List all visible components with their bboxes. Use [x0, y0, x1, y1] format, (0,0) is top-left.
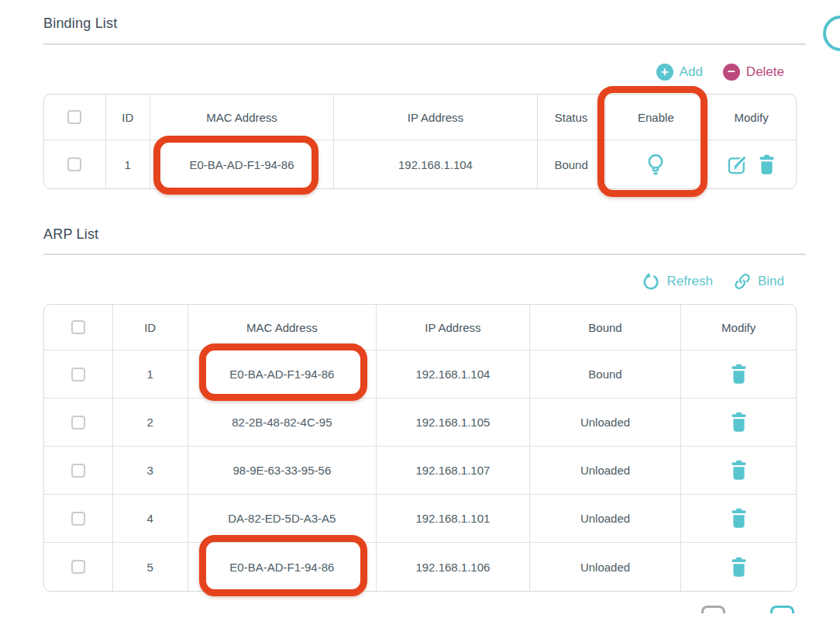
add-label: Add: [680, 64, 703, 80]
select-all-checkbox[interactable]: [67, 110, 81, 124]
cell-select: [44, 495, 113, 542]
cell-bound: Bound: [530, 350, 682, 398]
cell-modify: [681, 447, 796, 494]
cell-bound: Unloaded: [530, 447, 682, 494]
row-checkbox[interactable]: [71, 512, 85, 526]
cell-mac: E0-BA-AD-F1-94-86: [188, 350, 377, 398]
help-icon[interactable]: [823, 16, 840, 51]
bind-button[interactable]: Bind: [733, 272, 784, 291]
cell-enable: [606, 140, 707, 188]
trash-icon[interactable]: [758, 154, 776, 175]
plus-icon: +: [656, 64, 673, 81]
cell-modify: [681, 495, 796, 542]
binding-list-title: Binding List: [43, 16, 117, 32]
cell-id: 5: [113, 543, 188, 591]
divider: [43, 43, 806, 45]
header-cell-modify: Modify: [707, 95, 796, 140]
row-checkbox[interactable]: [71, 368, 85, 381]
cell-modify: [681, 350, 796, 398]
binding-header-row: ID MAC Address IP Address Status Enable …: [44, 95, 796, 140]
cell-mac: 82-2B-48-82-4C-95: [188, 399, 377, 446]
header-cell-status: Status: [538, 95, 606, 140]
header-cell-enable: Enable: [606, 95, 707, 140]
divider: [43, 254, 806, 255]
cell-modify: [681, 399, 796, 446]
minus-icon: −: [723, 64, 740, 81]
arp-table-row: 1 E0-BA-AD-F1-94-86 192.168.1.104 Bound: [44, 350, 796, 399]
cell-select: [44, 447, 113, 494]
header-cell-mac: MAC Address: [150, 95, 335, 140]
cell-modify: [707, 140, 796, 188]
cell-select: [44, 399, 113, 446]
cell-id: 2: [113, 399, 188, 446]
cell-mac: E0-BA-AD-F1-94-86: [150, 140, 335, 188]
header-cell-id: ID: [106, 95, 150, 140]
bind-label: Bind: [758, 274, 784, 289]
trash-icon[interactable]: [730, 508, 748, 529]
clipped-button-stub[interactable]: [701, 606, 725, 613]
arp-table-row: 3 98-9E-63-33-95-56 192.168.1.107 Unload…: [44, 447, 796, 495]
cell-bound: Unloaded: [530, 495, 682, 542]
arp-toolbar: Refresh Bind: [43, 271, 784, 292]
delete-label: Delete: [746, 64, 784, 80]
cell-id: 1: [113, 350, 188, 398]
cell-select: [44, 543, 113, 591]
arp-list-table: ID MAC Address IP Address Bound Modify 1…: [43, 304, 797, 592]
binding-settings-page: Binding List + Add − Delete ID MAC Addre…: [0, 0, 840, 642]
header-cell-ip: IP Address: [334, 95, 537, 140]
cell-bound: Unloaded: [530, 543, 682, 591]
refresh-label: Refresh: [666, 274, 713, 289]
cell-ip: 192.168.1.107: [377, 447, 530, 494]
row-checkbox[interactable]: [67, 157, 81, 171]
header-cell-id: ID: [113, 305, 188, 350]
row-checkbox[interactable]: [71, 560, 85, 574]
arp-table-row: 4 DA-82-ED-5D-A3-A5 192.168.1.101 Unload…: [44, 495, 796, 543]
cell-id: 1: [106, 140, 150, 188]
delete-button[interactable]: − Delete: [723, 64, 784, 81]
cell-select: [44, 350, 113, 398]
cell-bound: Unloaded: [530, 399, 682, 446]
cell-id: 3: [113, 447, 188, 494]
cell-id: 4: [113, 495, 188, 542]
header-cell-bound: Bound: [530, 305, 682, 350]
select-all-checkbox[interactable]: [71, 320, 85, 334]
refresh-button[interactable]: Refresh: [642, 272, 713, 291]
cell-select: [44, 140, 106, 188]
row-checkbox[interactable]: [71, 464, 85, 478]
header-cell-select: [44, 305, 113, 350]
trash-icon[interactable]: [730, 364, 748, 385]
binding-toolbar: + Add − Delete: [43, 61, 784, 83]
trash-icon[interactable]: [730, 412, 748, 433]
cell-ip: 192.168.1.106: [377, 543, 530, 591]
arp-table-row: 5 E0-BA-AD-F1-94-86 192.168.1.106 Unload…: [44, 543, 796, 591]
cell-modify: [681, 543, 796, 591]
lightbulb-icon[interactable]: [645, 153, 666, 177]
edit-icon[interactable]: [728, 155, 747, 174]
header-cell-ip: IP Address: [377, 305, 530, 350]
cell-ip: 192.168.1.104: [377, 350, 530, 398]
cell-ip: 192.168.1.101: [377, 495, 530, 542]
binding-list-table: ID MAC Address IP Address Status Enable …: [43, 94, 797, 189]
chain-link-icon: [733, 272, 752, 291]
refresh-icon: [642, 272, 660, 291]
arp-header-row: ID MAC Address IP Address Bound Modify: [44, 305, 796, 350]
cell-mac: 98-9E-63-33-95-56: [188, 447, 377, 494]
cell-ip: 192.168.1.105: [377, 399, 530, 446]
clipped-button-stub[interactable]: [770, 606, 794, 613]
row-checkbox[interactable]: [71, 416, 85, 430]
trash-icon[interactable]: [730, 557, 748, 578]
arp-list-title: ARP List: [43, 226, 98, 243]
binding-table-row: 1 E0-BA-AD-F1-94-86 192.168.1.104 Bound: [44, 140, 796, 188]
add-button[interactable]: + Add: [656, 64, 703, 81]
cell-status: Bound: [538, 140, 606, 188]
cell-mac: E0-BA-AD-F1-94-86: [188, 543, 377, 591]
trash-icon[interactable]: [730, 460, 748, 481]
header-cell-select: [44, 95, 106, 140]
header-cell-mac: MAC Address: [188, 305, 377, 350]
header-cell-modify: Modify: [681, 305, 796, 350]
arp-table-row: 2 82-2B-48-82-4C-95 192.168.1.105 Unload…: [44, 399, 796, 447]
cell-ip: 192.168.1.104: [334, 140, 537, 188]
cell-mac: DA-82-ED-5D-A3-A5: [188, 495, 377, 542]
